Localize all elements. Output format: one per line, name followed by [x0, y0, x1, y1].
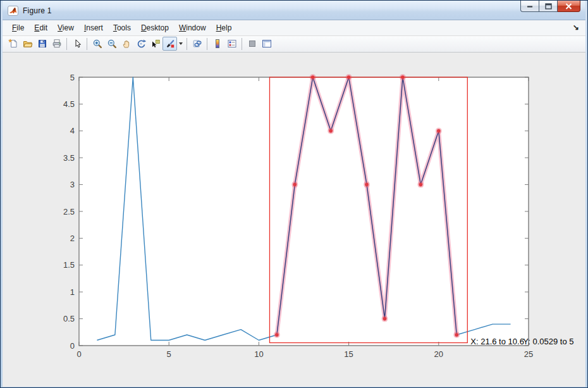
new-figure-icon — [8, 39, 18, 49]
show-plot-tools-icon — [262, 39, 272, 49]
toolbar-separator — [66, 38, 67, 50]
menu-window[interactable]: Window — [174, 21, 211, 35]
link-plot-button[interactable] — [190, 37, 204, 51]
dock-figure-icon[interactable]: ↘ — [573, 23, 579, 32]
maximize-button[interactable] — [539, 1, 558, 12]
zoom-out-icon — [107, 39, 117, 49]
toolbar-separator — [187, 38, 187, 50]
edit-plot-button[interactable] — [70, 37, 84, 51]
close-button[interactable] — [558, 1, 580, 12]
brush-dropdown-button[interactable] — [177, 37, 184, 51]
save-figure-button[interactable] — [35, 37, 49, 51]
data-cursor-button[interactable] — [148, 37, 162, 51]
x-tick-label: 5 — [167, 349, 171, 359]
save-icon — [37, 39, 47, 49]
toolbar-separator — [242, 38, 242, 50]
hide-plot-tools-button[interactable] — [245, 37, 259, 51]
legend-icon — [227, 39, 237, 49]
figure-canvas[interactable]: 051015202500.511.522.533.544.55X: 21.6 t… — [3, 53, 585, 387]
y-tick-label: 2.5 — [63, 207, 75, 216]
edit-plot-arrow-icon — [72, 39, 82, 49]
colorbar-icon — [212, 39, 223, 49]
x-tick-label: 25 — [524, 349, 533, 359]
menubar: File Edit View Insert Tools Desktop Wind… — [3, 20, 585, 36]
figure-toolbar — [3, 36, 585, 53]
brushed-marker[interactable] — [455, 333, 458, 337]
pan-button[interactable] — [119, 37, 133, 51]
open-folder-icon — [23, 39, 33, 49]
brushed-marker[interactable] — [437, 129, 441, 133]
zoom-out-button[interactable] — [104, 37, 119, 51]
figure-window: Figure 1 File Edit View Insert Tools Des… — [0, 0, 588, 388]
new-figure-button[interactable] — [6, 37, 20, 51]
maximize-icon — [545, 3, 552, 9]
plot-background[interactable] — [79, 77, 529, 346]
menu-desktop[interactable]: Desktop — [136, 21, 174, 35]
open-file-button[interactable] — [20, 37, 35, 51]
plot-axes[interactable]: 051015202500.511.522.533.544.55X: 21.6 t… — [3, 53, 587, 387]
caret-down-icon — [179, 42, 183, 45]
x-tick-label: 0 — [77, 349, 81, 359]
y-tick-label: 3.5 — [63, 153, 75, 163]
printer-icon — [52, 39, 62, 49]
y-tick-label: 4 — [70, 126, 75, 135]
menu-edit[interactable]: Edit — [29, 21, 52, 35]
toolbar-separator — [207, 38, 207, 50]
toolbar-separator — [87, 38, 87, 50]
brushed-marker[interactable] — [293, 183, 297, 187]
menu-view[interactable]: View — [52, 21, 79, 35]
minimize-icon — [527, 3, 533, 9]
y-tick-label: 3 — [70, 180, 75, 189]
y-tick-label: 0.5 — [63, 314, 75, 323]
y-tick-label: 1.5 — [63, 260, 75, 270]
x-tick-label: 15 — [344, 349, 353, 359]
close-icon — [565, 3, 572, 9]
x-tick-label: 10 — [254, 349, 263, 359]
brushed-marker[interactable] — [419, 183, 423, 187]
window-title: Figure 1 — [23, 6, 52, 15]
matlab-figure-icon — [8, 6, 18, 16]
figure-content: File Edit View Insert Tools Desktop Wind… — [3, 20, 585, 387]
show-plot-tools-dock-button[interactable] — [259, 37, 274, 51]
y-tick-label: 4.5 — [63, 99, 75, 109]
menu-file[interactable]: File — [7, 21, 29, 35]
menu-insert[interactable]: Insert — [79, 21, 108, 35]
brushed-marker[interactable] — [365, 183, 369, 187]
link-plot-icon — [192, 39, 202, 49]
insert-colorbar-button[interactable] — [210, 37, 224, 51]
brushed-marker[interactable] — [329, 129, 333, 133]
menu-tools[interactable]: Tools — [108, 21, 136, 35]
y-tick-label: 0 — [70, 341, 75, 351]
y-tick-label: 1 — [70, 287, 75, 297]
x-tick-label: 20 — [434, 349, 443, 359]
rotate-3d-icon — [136, 39, 146, 49]
zoom-in-button[interactable] — [90, 37, 104, 51]
y-tick-label: 2 — [70, 234, 75, 243]
rotate-3d-button[interactable] — [133, 37, 148, 51]
brush-icon — [165, 39, 175, 49]
print-figure-button[interactable] — [49, 37, 64, 51]
data-cursor-icon — [150, 39, 161, 49]
insert-legend-button[interactable] — [224, 37, 239, 51]
brushed-marker[interactable] — [275, 333, 279, 337]
window-controls — [520, 1, 580, 12]
pan-hand-icon — [121, 39, 132, 49]
titlebar[interactable]: Figure 1 — [3, 1, 585, 20]
menu-help[interactable]: Help — [211, 21, 237, 35]
brush-range-label-y: Y: 0.0529 to 5 — [523, 337, 573, 346]
brush-range-label-x: X: 21.6 to 10.6 — [470, 337, 524, 346]
minimize-button[interactable] — [520, 1, 539, 12]
brushed-marker[interactable] — [383, 317, 387, 321]
zoom-in-icon — [92, 39, 102, 49]
brush-data-button[interactable] — [162, 37, 177, 51]
y-tick-label: 5 — [70, 73, 75, 82]
hide-plot-tools-icon — [247, 39, 257, 49]
